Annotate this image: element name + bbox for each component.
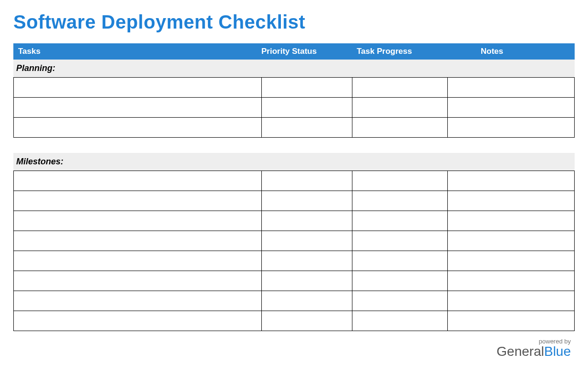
cell-priority[interactable] bbox=[262, 231, 352, 251]
logo-blue: Blue bbox=[544, 344, 571, 359]
cell-progress[interactable] bbox=[352, 191, 448, 211]
table-row bbox=[14, 118, 575, 138]
cell-priority[interactable] bbox=[262, 271, 352, 291]
cell-notes[interactable] bbox=[448, 271, 575, 291]
footer-logo: GeneralBlue bbox=[13, 344, 571, 359]
cell-progress[interactable] bbox=[352, 311, 448, 331]
milestones-table bbox=[13, 171, 575, 331]
col-header-progress: Task Progress bbox=[352, 47, 447, 56]
table-row bbox=[14, 191, 575, 211]
cell-task[interactable] bbox=[14, 98, 262, 118]
cell-task[interactable] bbox=[14, 251, 262, 271]
cell-notes[interactable] bbox=[448, 191, 575, 211]
cell-task[interactable] bbox=[14, 211, 262, 231]
cell-task[interactable] bbox=[14, 311, 262, 331]
cell-priority[interactable] bbox=[262, 291, 352, 311]
cell-notes[interactable] bbox=[448, 98, 575, 118]
cell-progress[interactable] bbox=[352, 231, 448, 251]
cell-priority[interactable] bbox=[262, 311, 352, 331]
column-header-row: Tasks Priority Status Task Progress Note… bbox=[13, 43, 575, 60]
table-row bbox=[14, 231, 575, 251]
cell-priority[interactable] bbox=[262, 191, 352, 211]
table-row bbox=[14, 98, 575, 118]
table-row bbox=[14, 271, 575, 291]
logo-general: General bbox=[496, 344, 544, 359]
cell-notes[interactable] bbox=[448, 211, 575, 231]
footer: powered by GeneralBlue bbox=[13, 338, 575, 359]
cell-progress[interactable] bbox=[352, 118, 448, 138]
cell-notes[interactable] bbox=[448, 118, 575, 138]
table-row bbox=[14, 291, 575, 311]
table-row bbox=[14, 78, 575, 98]
cell-task[interactable] bbox=[14, 118, 262, 138]
section-spacer bbox=[13, 138, 575, 153]
col-header-priority: Priority Status bbox=[261, 47, 352, 56]
cell-task[interactable] bbox=[14, 291, 262, 311]
cell-notes[interactable] bbox=[448, 311, 575, 331]
cell-task[interactable] bbox=[14, 191, 262, 211]
cell-priority[interactable] bbox=[262, 211, 352, 231]
cell-notes[interactable] bbox=[448, 171, 575, 191]
cell-priority[interactable] bbox=[262, 78, 352, 98]
cell-progress[interactable] bbox=[352, 211, 448, 231]
cell-notes[interactable] bbox=[448, 78, 575, 98]
table-row bbox=[14, 171, 575, 191]
cell-progress[interactable] bbox=[352, 171, 448, 191]
table-row bbox=[14, 311, 575, 331]
cell-task[interactable] bbox=[14, 171, 262, 191]
cell-notes[interactable] bbox=[448, 251, 575, 271]
cell-task[interactable] bbox=[14, 78, 262, 98]
table-row bbox=[14, 251, 575, 271]
cell-notes[interactable] bbox=[448, 231, 575, 251]
page-title: Software Deployment Checklist bbox=[13, 11, 575, 33]
col-header-tasks: Tasks bbox=[13, 47, 261, 56]
section-header-milestones: Milestones: bbox=[13, 153, 575, 171]
cell-progress[interactable] bbox=[352, 271, 448, 291]
cell-task[interactable] bbox=[14, 231, 262, 251]
cell-task[interactable] bbox=[14, 271, 262, 291]
planning-table bbox=[13, 77, 575, 138]
section-header-planning: Planning: bbox=[13, 60, 575, 77]
table-row bbox=[14, 211, 575, 231]
cell-progress[interactable] bbox=[352, 98, 448, 118]
col-header-notes: Notes bbox=[447, 47, 575, 56]
cell-priority[interactable] bbox=[262, 118, 352, 138]
cell-progress[interactable] bbox=[352, 78, 448, 98]
cell-priority[interactable] bbox=[262, 171, 352, 191]
cell-priority[interactable] bbox=[262, 98, 352, 118]
cell-progress[interactable] bbox=[352, 291, 448, 311]
cell-notes[interactable] bbox=[448, 291, 575, 311]
cell-progress[interactable] bbox=[352, 251, 448, 271]
cell-priority[interactable] bbox=[262, 251, 352, 271]
